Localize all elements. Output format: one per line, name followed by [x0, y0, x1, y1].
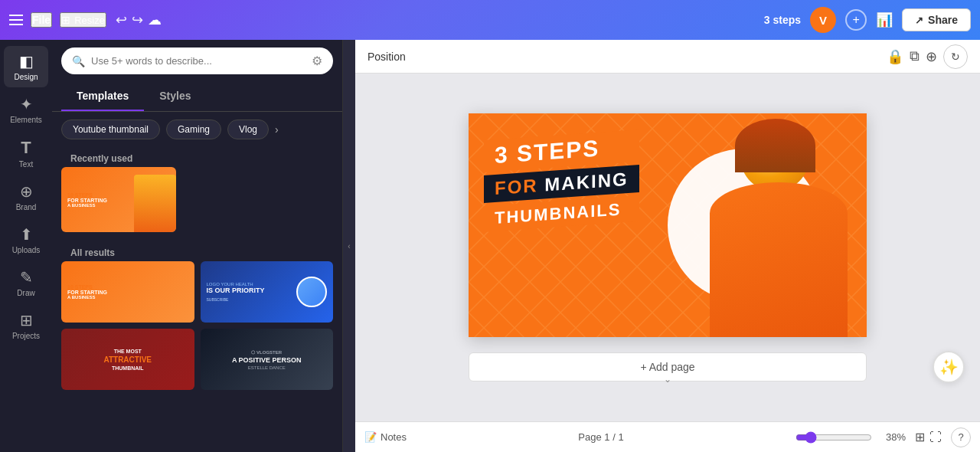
topbar-left: File ⊞ Resize [9, 12, 106, 28]
collapse-handle[interactable]: ‹ [343, 40, 355, 452]
topbar: File ⊞ Resize ↩ ↪ ☁ 3 steps V + 📊 ↗ Shar… [0, 0, 980, 40]
lock-button[interactable]: 🔒 [887, 48, 903, 65]
projects-icon: ⊞ [20, 311, 33, 329]
undo-button[interactable]: ↩ [116, 11, 127, 28]
grid-view-button[interactable]: ⊞ [915, 430, 925, 444]
filter-button[interactable]: ⚙ [312, 54, 322, 68]
canvas-area: Position 🔒 ⧉ ⊕ ↻ [355, 40, 980, 452]
user-avatar[interactable]: V [810, 7, 836, 33]
tabs-row: Templates Styles [52, 82, 342, 112]
topbar-actions: ↩ ↪ ☁ [116, 11, 162, 28]
templates-panel: 🔍 ⚙ Templates Styles Youtube thumbnail G… [52, 40, 343, 452]
notes-button[interactable]: 📝 Notes [364, 431, 407, 443]
help-button[interactable]: ? [951, 427, 971, 447]
sidebar-item-design[interactable]: ◧ Design [4, 46, 48, 87]
tab-templates[interactable]: Templates [61, 82, 144, 111]
search-bar-wrap: 🔍 ⚙ [52, 40, 342, 82]
zoom-percentage: 38% [878, 431, 906, 443]
text-icon: T [21, 138, 31, 158]
resize-icon: ⊞ [61, 14, 70, 26]
tab-styles[interactable]: Styles [144, 82, 206, 111]
main-layout: ◧ Design ✦ Elements T Text ⊕ Brand ⬆ Upl… [0, 40, 980, 452]
all-results-grid: 10 STEPS FOR STARTING A BUSINESS LOGO YO… [61, 261, 333, 390]
template-result-2[interactable]: LOGO YOUR HEALTH IS OUR PRIORITY SUBSCRI… [201, 261, 334, 323]
left-sidebar: ◧ Design ✦ Elements T Text ⊕ Brand ⬆ Upl… [0, 40, 52, 452]
sidebar-item-brand[interactable]: ⊕ Brand [4, 176, 48, 218]
position-label: Position [368, 51, 406, 63]
template-result-1[interactable]: 10 STEPS FOR STARTING A BUSINESS [61, 261, 194, 323]
resize-button[interactable]: ⊞ Resize [60, 12, 106, 28]
design-icon: ◧ [19, 52, 34, 70]
recently-used-label: Recently used [61, 147, 333, 167]
zoom-controls: 38% [795, 431, 906, 444]
template-result-3[interactable]: THE MOST ATTRACTIVE THUMBNAIL [61, 329, 194, 390]
redo-button[interactable]: ↪ [132, 11, 143, 28]
add-section-button[interactable]: ⊕ [926, 48, 937, 65]
page-toggle: ⌄ [664, 374, 671, 385]
share-button[interactable]: ↗ Share [902, 8, 971, 31]
sidebar-item-elements[interactable]: ✦ Elements [4, 89, 48, 130]
brand-icon: ⊕ [20, 182, 33, 201]
analytics-button[interactable]: 📊 [876, 11, 893, 28]
templates-scroll: Recently used 10 STEPS FOR STARTING A BU… [52, 147, 342, 452]
tags-row: Youtube thumbnail Gaming Vlog › [52, 112, 342, 147]
toggle-pages-button[interactable]: ⌄ [664, 374, 671, 385]
person-figure [671, 115, 863, 337]
sidebar-item-text[interactable]: T Text [4, 132, 48, 175]
search-icon: 🔍 [72, 55, 85, 67]
text-banners: 3 STEPS FOR MAKING THUMBNAILS [484, 135, 639, 227]
sidebar-item-projects[interactable]: ⊞ Projects [4, 305, 48, 346]
cloud-save-button[interactable]: ☁ [148, 11, 162, 28]
view-buttons: ⊞ ⛶ [915, 430, 942, 444]
tag-vlog[interactable]: Vlog [227, 120, 269, 139]
tag-more-icon[interactable]: › [275, 123, 279, 136]
uploads-icon: ⬆ [20, 225, 33, 244]
tag-gaming[interactable]: Gaming [166, 120, 221, 139]
canvas-topbar: Position 🔒 ⧉ ⊕ ↻ [355, 40, 980, 74]
draw-icon: ✎ [20, 268, 33, 287]
search-bar: 🔍 ⚙ [61, 47, 333, 74]
steps-indicator: 3 steps [764, 14, 801, 26]
page-indicator: Page 1 / 1 [416, 431, 786, 443]
elements-icon: ✦ [20, 95, 33, 113]
recent-template-1[interactable]: 10 STEPS FOR STARTING A BUSINESS [61, 167, 176, 232]
template-result-4[interactable]: ⬡ VLOGSTER A POSITIVE PERSON ESTELLE DAN… [201, 329, 334, 390]
fullscreen-button[interactable]: ⛶ [929, 431, 942, 444]
share-icon: ↗ [915, 15, 923, 26]
all-results-label: All results [61, 241, 333, 261]
rotate-button[interactable]: ↻ [943, 44, 968, 69]
sidebar-item-uploads[interactable]: ⬆ Uploads [4, 219, 48, 260]
duplicate-button[interactable]: ⧉ [910, 48, 920, 64]
file-menu[interactable]: File [31, 12, 52, 28]
canva-magic-button[interactable]: ✨ [933, 351, 965, 383]
zoom-slider[interactable] [795, 431, 872, 444]
notes-icon: 📝 [364, 431, 377, 443]
canvas-toolbar-icons: 🔒 ⧉ ⊕ ↻ [887, 44, 968, 69]
recently-used-section: 10 STEPS FOR STARTING A BUSINESS [61, 167, 333, 232]
canvas-design[interactable]: 3 STEPS FOR MAKING THUMBNAILS [469, 113, 867, 337]
canvas-scroll-area: 3 STEPS FOR MAKING THUMBNAILS + Add page… [355, 74, 980, 421]
menu-icon[interactable] [9, 15, 23, 25]
search-input[interactable] [91, 55, 305, 67]
add-page-label: + Add page [640, 361, 694, 373]
tag-youtube-thumbnail[interactable]: Youtube thumbnail [61, 120, 160, 139]
bottom-bar: 📝 Notes Page 1 / 1 38% ⊞ ⛶ ? [355, 421, 980, 452]
sidebar-item-draw[interactable]: ✎ Draw [4, 262, 48, 303]
add-collaborator-button[interactable]: + [845, 9, 867, 31]
